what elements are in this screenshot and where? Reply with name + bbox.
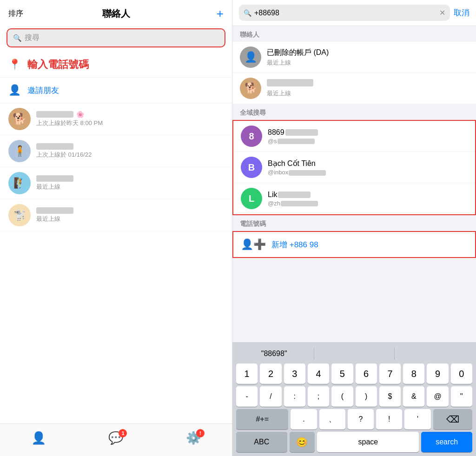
find-nearby-row[interactable]: 📍 輸入電話號碼 <box>0 52 232 78</box>
clear-search-button[interactable]: ✕ <box>439 8 445 17</box>
key-ampersand[interactable]: & <box>403 386 424 407</box>
key-slash[interactable]: / <box>260 386 281 407</box>
settings-badge: ! <box>196 429 205 437</box>
key-apostrophe[interactable]: ' <box>404 409 430 430</box>
bottom-tabs: 👤 💬 1 ⚙️ ! <box>0 423 232 456</box>
suggestion-item[interactable] <box>395 348 474 360</box>
tab-settings[interactable]: ⚙️ ! <box>186 431 201 445</box>
global-result-avatar: L <box>241 188 262 209</box>
contact-item[interactable]: 🐕 🌸 上次上線於昨天 8:00 PM <box>0 103 232 135</box>
contact-status: 上次上線於昨天 8:00 PM <box>36 119 103 127</box>
key-period[interactable]: . <box>291 409 317 430</box>
add-phone-item[interactable]: 👤➕ 新增 +886 98 <box>232 231 476 258</box>
search-icon: 🔍 <box>244 9 251 17</box>
global-result-item[interactable]: B Bạch Cốt Tiên @inbox <box>233 152 475 183</box>
row3: #+= . 、 ? ! ' ⌫ <box>234 409 474 430</box>
key-8[interactable]: 8 <box>403 363 424 384</box>
key-minus[interactable]: - <box>236 386 258 407</box>
key-question[interactable]: ? <box>348 409 374 430</box>
search-bar-wrapper: 🔍 搜尋 <box>0 26 232 52</box>
contact-item[interactable]: 🧍 上次上線於 01/16/22 <box>0 135 232 167</box>
contact-status: 最近上線 <box>36 215 73 223</box>
contact-item[interactable]: 🐩 最近上線 <box>0 199 232 231</box>
name-blur <box>36 111 73 118</box>
key-exclaim[interactable]: ! <box>376 409 402 430</box>
right-search-input-wrapper[interactable]: 🔍 +88698 ✕ <box>239 5 450 21</box>
suggestion-item[interactable] <box>314 348 394 360</box>
name-flower: 🌸 <box>76 111 84 118</box>
contact-status: 上次上線於 01/16/22 <box>36 151 92 159</box>
add-contact-button[interactable]: + <box>196 7 224 21</box>
key-6[interactable]: 6 <box>356 363 377 384</box>
name-blur <box>36 207 73 214</box>
key-abc[interactable]: ABC <box>236 432 287 452</box>
result-status: 最近上線 <box>267 59 469 67</box>
key-hash[interactable]: #+= <box>236 409 288 430</box>
results-area: 聯絡人 👤 已刪除的帳戶 (DA) 最近上線 🐕 最近上線 全域搜尋 <box>232 26 476 342</box>
contact-name <box>36 143 92 150</box>
key-7[interactable]: 7 <box>379 363 401 384</box>
contacts-title: 聯絡人 <box>36 7 196 20</box>
key-space[interactable]: space <box>317 432 419 452</box>
avatar: 🐩 <box>8 204 31 226</box>
key-semicolon[interactable]: ; <box>308 386 329 407</box>
tab-contacts[interactable]: 👤 <box>31 431 46 445</box>
invite-friends-row[interactable]: 👤 邀請朋友 <box>0 78 232 103</box>
search-bar[interactable]: 🔍 搜尋 <box>7 28 225 47</box>
key-dollar[interactable]: $ <box>379 386 401 407</box>
key-comma[interactable]: 、 <box>319 409 345 430</box>
suggestion-row: "88698" <box>234 346 474 363</box>
key-open-paren[interactable]: ( <box>331 386 353 407</box>
contact-item[interactable]: 🧗 最近上線 <box>0 167 232 199</box>
contact-result-avatar: 🐕 <box>240 78 261 99</box>
result-info: Bạch Cốt Tiên @inbox <box>268 159 468 176</box>
key-4[interactable]: 4 <box>308 363 329 384</box>
key-close-paren[interactable]: ) <box>356 386 377 407</box>
sort-label[interactable]: 排序 <box>8 9 36 19</box>
left-header: 排序 聯絡人 + <box>0 0 232 26</box>
key-3[interactable]: 3 <box>284 363 305 384</box>
result-name <box>267 79 469 88</box>
phone-section: 電話號碼 👤➕ 新增 +886 98 <box>232 215 476 258</box>
contact-result-item[interactable]: 👤 已刪除的帳戶 (DA) 最近上線 <box>232 42 476 73</box>
symbol-row: - / : ; ( ) $ & @ " <box>234 386 474 407</box>
contact-result-item[interactable]: 🐕 最近上線 <box>232 73 476 104</box>
key-2[interactable]: 2 <box>260 363 281 384</box>
key-quote[interactable]: " <box>451 386 472 407</box>
name-blur <box>36 143 73 150</box>
result-name: Bạch Cốt Tiên <box>268 159 468 168</box>
result-info: 已刪除的帳戶 (DA) 最近上線 <box>267 48 469 67</box>
contact-info: 最近上線 <box>36 207 73 223</box>
key-colon[interactable]: : <box>284 386 305 407</box>
contact-name: 🌸 <box>36 111 103 118</box>
global-result-item[interactable]: 8 8869 @s <box>233 121 475 152</box>
key-emoji[interactable]: 😊 <box>290 432 315 452</box>
key-1[interactable]: 1 <box>236 363 258 384</box>
result-name: Lik <box>268 191 468 199</box>
key-9[interactable]: 9 <box>427 363 448 384</box>
avatar: 🐕 <box>8 108 31 130</box>
key-5[interactable]: 5 <box>331 363 353 384</box>
result-name: 已刪除的帳戶 (DA) <box>267 48 469 58</box>
key-at[interactable]: @ <box>427 386 448 407</box>
tab-chat[interactable]: 💬 1 <box>108 431 123 445</box>
left-panel: 排序 聯絡人 + 🔍 搜尋 📍 輸入電話號碼 👤 邀請朋友 🐕 🌸 上次上線於 <box>0 0 232 456</box>
suggestion-item[interactable]: "88698" <box>234 348 314 360</box>
key-0[interactable]: 0 <box>451 363 472 384</box>
search-icon: 🔍 <box>13 34 22 42</box>
add-person-icon: 👤 <box>8 84 21 96</box>
global-result-avatar: 8 <box>241 126 262 147</box>
backspace-key[interactable]: ⌫ <box>433 409 472 430</box>
search-key[interactable]: search <box>421 432 472 452</box>
result-info: Lik @zh <box>268 191 468 207</box>
avatar: 🧗 <box>8 172 31 194</box>
contact-name <box>36 175 73 182</box>
cancel-button[interactable]: 取消 <box>454 7 469 18</box>
invite-label: 邀請朋友 <box>27 85 59 96</box>
result-handle: @inbox <box>268 169 468 176</box>
result-info: 最近上線 <box>267 79 469 98</box>
contact-name <box>36 207 73 214</box>
search-input-value[interactable]: +88698 <box>254 9 436 17</box>
contact-info: 🌸 上次上線於昨天 8:00 PM <box>36 111 103 127</box>
global-result-item[interactable]: L Lik @zh <box>233 183 475 214</box>
